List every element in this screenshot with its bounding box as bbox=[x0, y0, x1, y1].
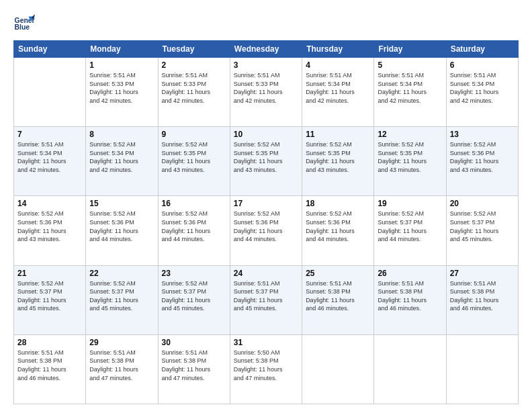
day-number: 18 bbox=[306, 199, 370, 208]
day-cell: 22Sunrise: 5:52 AM Sunset: 5:37 PM Dayli… bbox=[86, 265, 158, 334]
logo: General Blue bbox=[13, 12, 35, 34]
day-number: 2 bbox=[162, 60, 226, 70]
day-info: Sunrise: 5:52 AM Sunset: 5:36 PM Dayligh… bbox=[234, 210, 298, 243]
day-number: 22 bbox=[89, 269, 154, 278]
day-info: Sunrise: 5:51 AM Sunset: 5:34 PM Dayligh… bbox=[306, 71, 370, 105]
day-info: Sunrise: 5:52 AM Sunset: 5:37 PM Dayligh… bbox=[89, 279, 154, 313]
day-number: 29 bbox=[89, 338, 154, 347]
day-info: Sunrise: 5:52 AM Sunset: 5:35 PM Dayligh… bbox=[162, 140, 226, 174]
day-cell: 21Sunrise: 5:52 AM Sunset: 5:37 PM Dayli… bbox=[14, 265, 86, 334]
day-cell bbox=[302, 334, 374, 404]
day-number: 25 bbox=[306, 269, 370, 278]
day-info: Sunrise: 5:52 AM Sunset: 5:36 PM Dayligh… bbox=[17, 210, 82, 243]
day-cell: 29Sunrise: 5:51 AM Sunset: 5:38 PM Dayli… bbox=[86, 334, 158, 404]
day-number: 7 bbox=[17, 130, 82, 139]
day-info: Sunrise: 5:51 AM Sunset: 5:37 PM Dayligh… bbox=[234, 279, 298, 313]
day-info: Sunrise: 5:52 AM Sunset: 5:37 PM Dayligh… bbox=[17, 279, 82, 313]
day-info: Sunrise: 5:51 AM Sunset: 5:33 PM Dayligh… bbox=[89, 71, 154, 105]
day-info: Sunrise: 5:52 AM Sunset: 5:37 PM Dayligh… bbox=[162, 279, 226, 313]
day-cell: 30Sunrise: 5:51 AM Sunset: 5:38 PM Dayli… bbox=[158, 334, 230, 404]
day-number: 6 bbox=[450, 60, 515, 70]
day-number: 1 bbox=[89, 60, 154, 70]
col-header-friday: Friday bbox=[374, 41, 446, 58]
day-number: 19 bbox=[378, 199, 442, 208]
week-row-5: 28Sunrise: 5:51 AM Sunset: 5:38 PM Dayli… bbox=[14, 334, 519, 404]
day-cell: 6Sunrise: 5:51 AM Sunset: 5:34 PM Daylig… bbox=[446, 58, 518, 127]
day-number: 24 bbox=[234, 269, 298, 278]
col-header-wednesday: Wednesday bbox=[230, 41, 302, 58]
day-info: Sunrise: 5:52 AM Sunset: 5:37 PM Dayligh… bbox=[450, 210, 515, 243]
day-cell bbox=[446, 334, 518, 404]
page: General Blue SundayMondayTuesdayWednesda… bbox=[0, 0, 532, 411]
day-cell: 2Sunrise: 5:51 AM Sunset: 5:33 PM Daylig… bbox=[158, 58, 230, 127]
day-info: Sunrise: 5:51 AM Sunset: 5:38 PM Dayligh… bbox=[306, 279, 370, 313]
day-number: 12 bbox=[378, 130, 442, 139]
col-header-saturday: Saturday bbox=[446, 41, 518, 58]
day-cell: 14Sunrise: 5:52 AM Sunset: 5:36 PM Dayli… bbox=[14, 196, 86, 265]
day-cell: 27Sunrise: 5:51 AM Sunset: 5:38 PM Dayli… bbox=[446, 265, 518, 334]
day-number: 31 bbox=[234, 338, 298, 347]
week-row-1: 1Sunrise: 5:51 AM Sunset: 5:33 PM Daylig… bbox=[14, 58, 519, 127]
day-cell: 1Sunrise: 5:51 AM Sunset: 5:33 PM Daylig… bbox=[86, 58, 158, 127]
day-number: 10 bbox=[234, 130, 298, 139]
day-cell bbox=[14, 58, 86, 127]
day-info: Sunrise: 5:51 AM Sunset: 5:38 PM Dayligh… bbox=[89, 349, 154, 382]
day-info: Sunrise: 5:52 AM Sunset: 5:36 PM Dayligh… bbox=[162, 210, 226, 243]
day-info: Sunrise: 5:51 AM Sunset: 5:34 PM Dayligh… bbox=[378, 71, 442, 105]
day-info: Sunrise: 5:50 AM Sunset: 5:38 PM Dayligh… bbox=[234, 349, 298, 382]
day-cell: 8Sunrise: 5:52 AM Sunset: 5:34 PM Daylig… bbox=[86, 127, 158, 196]
day-info: Sunrise: 5:52 AM Sunset: 5:36 PM Dayligh… bbox=[450, 140, 515, 174]
day-number: 30 bbox=[162, 338, 226, 347]
day-number: 16 bbox=[162, 199, 226, 208]
day-number: 9 bbox=[162, 130, 226, 139]
day-cell: 28Sunrise: 5:51 AM Sunset: 5:38 PM Dayli… bbox=[14, 334, 86, 404]
day-info: Sunrise: 5:51 AM Sunset: 5:38 PM Dayligh… bbox=[162, 349, 226, 382]
week-row-3: 14Sunrise: 5:52 AM Sunset: 5:36 PM Dayli… bbox=[14, 196, 519, 265]
day-number: 4 bbox=[306, 60, 370, 70]
day-cell: 9Sunrise: 5:52 AM Sunset: 5:35 PM Daylig… bbox=[158, 127, 230, 196]
day-number: 5 bbox=[378, 60, 442, 70]
day-cell: 20Sunrise: 5:52 AM Sunset: 5:37 PM Dayli… bbox=[446, 196, 518, 265]
day-cell: 12Sunrise: 5:52 AM Sunset: 5:35 PM Dayli… bbox=[374, 127, 446, 196]
day-cell: 19Sunrise: 5:52 AM Sunset: 5:37 PM Dayli… bbox=[374, 196, 446, 265]
day-cell: 3Sunrise: 5:51 AM Sunset: 5:33 PM Daylig… bbox=[230, 58, 302, 127]
day-cell: 5Sunrise: 5:51 AM Sunset: 5:34 PM Daylig… bbox=[374, 58, 446, 127]
day-cell: 7Sunrise: 5:51 AM Sunset: 5:34 PM Daylig… bbox=[14, 127, 86, 196]
day-cell: 18Sunrise: 5:52 AM Sunset: 5:36 PM Dayli… bbox=[302, 196, 374, 265]
header-row: SundayMondayTuesdayWednesdayThursdayFrid… bbox=[14, 41, 519, 58]
header: General Blue bbox=[13, 12, 519, 34]
day-info: Sunrise: 5:52 AM Sunset: 5:34 PM Dayligh… bbox=[89, 140, 154, 174]
day-cell: 23Sunrise: 5:52 AM Sunset: 5:37 PM Dayli… bbox=[158, 265, 230, 334]
col-header-tuesday: Tuesday bbox=[158, 41, 230, 58]
day-info: Sunrise: 5:52 AM Sunset: 5:35 PM Dayligh… bbox=[378, 140, 442, 174]
day-cell: 10Sunrise: 5:52 AM Sunset: 5:35 PM Dayli… bbox=[230, 127, 302, 196]
day-number: 28 bbox=[17, 338, 82, 347]
week-row-4: 21Sunrise: 5:52 AM Sunset: 5:37 PM Dayli… bbox=[14, 265, 519, 334]
calendar-table: SundayMondayTuesdayWednesdayThursdayFrid… bbox=[13, 40, 519, 404]
day-number: 21 bbox=[17, 269, 82, 278]
day-number: 8 bbox=[89, 130, 154, 139]
day-number: 23 bbox=[162, 269, 226, 278]
day-number: 3 bbox=[234, 60, 298, 70]
day-number: 20 bbox=[450, 199, 515, 208]
day-info: Sunrise: 5:52 AM Sunset: 5:36 PM Dayligh… bbox=[306, 210, 370, 243]
day-number: 26 bbox=[378, 269, 442, 278]
day-cell: 17Sunrise: 5:52 AM Sunset: 5:36 PM Dayli… bbox=[230, 196, 302, 265]
day-info: Sunrise: 5:51 AM Sunset: 5:38 PM Dayligh… bbox=[17, 349, 82, 382]
col-header-thursday: Thursday bbox=[302, 41, 374, 58]
day-cell: 25Sunrise: 5:51 AM Sunset: 5:38 PM Dayli… bbox=[302, 265, 374, 334]
day-info: Sunrise: 5:51 AM Sunset: 5:38 PM Dayligh… bbox=[378, 279, 442, 313]
day-number: 17 bbox=[234, 199, 298, 208]
day-cell: 15Sunrise: 5:52 AM Sunset: 5:36 PM Dayli… bbox=[86, 196, 158, 265]
day-cell: 31Sunrise: 5:50 AM Sunset: 5:38 PM Dayli… bbox=[230, 334, 302, 404]
svg-text:Blue: Blue bbox=[15, 24, 30, 31]
day-info: Sunrise: 5:51 AM Sunset: 5:33 PM Dayligh… bbox=[162, 71, 226, 105]
day-info: Sunrise: 5:52 AM Sunset: 5:35 PM Dayligh… bbox=[306, 140, 370, 174]
day-cell: 26Sunrise: 5:51 AM Sunset: 5:38 PM Dayli… bbox=[374, 265, 446, 334]
day-cell bbox=[374, 334, 446, 404]
day-cell: 13Sunrise: 5:52 AM Sunset: 5:36 PM Dayli… bbox=[446, 127, 518, 196]
day-number: 15 bbox=[89, 199, 154, 208]
day-info: Sunrise: 5:51 AM Sunset: 5:38 PM Dayligh… bbox=[450, 279, 515, 313]
day-info: Sunrise: 5:52 AM Sunset: 5:37 PM Dayligh… bbox=[378, 210, 442, 243]
week-row-2: 7Sunrise: 5:51 AM Sunset: 5:34 PM Daylig… bbox=[14, 127, 519, 196]
